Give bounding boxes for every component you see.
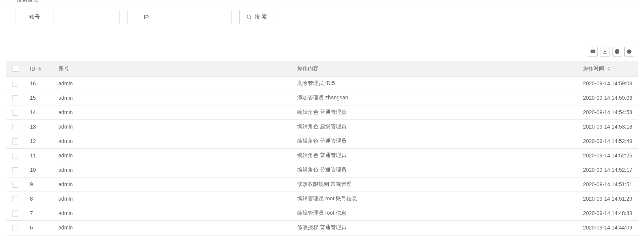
cell-account: admin: [53, 220, 291, 235]
row-checkbox-cell: [6, 148, 24, 163]
row-checkbox-cell: [6, 119, 24, 134]
header-content-label: 操作内容: [297, 65, 318, 71]
cell-content: 添加管理员 zhangsan: [291, 91, 577, 105]
cell-time: 2020-09-14 14:48:38: [577, 206, 638, 220]
table-row: 12admin编辑角色 普通管理员2020-09-14 14:52:49: [6, 134, 638, 148]
svg-point-10: [629, 52, 629, 53]
row-checkbox[interactable]: [12, 167, 18, 173]
table-row: 7admin编辑管理员 root 信息2020-09-14 14:48:38: [6, 206, 638, 220]
table-row: 14admin编辑角色 普通管理员2020-09-14 14:54:53: [6, 105, 638, 119]
row-checkbox[interactable]: [12, 182, 18, 188]
cell-id: 14: [24, 105, 53, 119]
sort-caret-icon: [607, 67, 610, 71]
log-table-card: ID 账号 操作内容 操作时间 16admin删除管理员 ID:52020-09…: [6, 42, 638, 236]
export-icon: [602, 49, 608, 54]
row-checkbox[interactable]: [12, 124, 18, 130]
columns-button[interactable]: [588, 47, 598, 57]
columns-icon: [590, 49, 595, 54]
row-checkbox[interactable]: [12, 210, 18, 217]
cell-id: 9: [24, 177, 53, 192]
row-checkbox[interactable]: [12, 153, 18, 159]
cell-time: 2020-09-14 14:53:18: [577, 119, 638, 134]
export-button[interactable]: [600, 47, 610, 57]
header-time[interactable]: 操作时间: [577, 61, 638, 76]
alert-icon: [627, 49, 632, 54]
print-button[interactable]: [612, 47, 622, 57]
table-row: 8admin编辑管理员 root 账号信息2020-09-14 14:51:29: [6, 192, 638, 206]
cell-content: 编辑角色 普通管理员: [291, 148, 577, 163]
cell-account: admin: [53, 105, 291, 119]
sort-caret-icon: [38, 67, 41, 71]
cell-account: admin: [53, 192, 291, 206]
row-checkbox[interactable]: [12, 95, 18, 101]
log-table: ID 账号 操作内容 操作时间 16admin删除管理员 ID:52020-09…: [6, 61, 638, 235]
row-checkbox-cell: [6, 206, 24, 220]
cell-content: 编辑角色 普通管理员: [291, 134, 577, 148]
cell-id: 12: [24, 134, 53, 148]
row-checkbox-cell: [6, 192, 24, 206]
header-id[interactable]: ID: [24, 61, 53, 76]
account-input[interactable]: [53, 10, 120, 24]
cell-time: 2020-09-14 14:59:03: [577, 91, 638, 105]
svg-rect-4: [592, 51, 594, 52]
cell-account: admin: [53, 134, 291, 148]
cell-account: admin: [53, 119, 291, 134]
cell-time: 2020-09-14 14:54:53: [577, 105, 638, 119]
row-checkbox-cell: [6, 91, 24, 105]
row-checkbox-cell: [6, 220, 24, 235]
search-panel-title: 搜索信息: [14, 0, 41, 3]
cell-id: 15: [24, 91, 53, 105]
search-panel: 搜索信息 账号 IP 搜 索: [6, 0, 638, 34]
table-header-row: ID 账号 操作内容 操作时间: [6, 61, 638, 76]
select-all-checkbox[interactable]: [12, 66, 18, 72]
cell-account: admin: [53, 76, 291, 91]
cell-content: 修改授权 普通管理员: [291, 220, 577, 235]
search-button-label: 搜 索: [255, 14, 267, 20]
search-button[interactable]: 搜 索: [239, 10, 274, 24]
cell-id: 11: [24, 148, 53, 163]
svg-rect-3: [591, 51, 592, 52]
svg-rect-2: [594, 50, 595, 51]
row-checkbox-cell: [6, 76, 24, 91]
cell-content: 修改权限规则 常规管理: [291, 177, 577, 192]
table-row: 11admin编辑角色 普通管理员2020-09-14 14:52:26: [6, 148, 638, 163]
cell-account: admin: [53, 177, 291, 192]
account-label: 账号: [16, 10, 53, 24]
ip-label: IP: [127, 10, 165, 24]
header-id-label: ID: [30, 66, 35, 72]
row-checkbox[interactable]: [12, 138, 18, 144]
account-field-group: 账号: [16, 10, 120, 24]
header-account-label: 账号: [58, 65, 69, 71]
table-row: 13admin编辑角色 超级管理员2020-09-14 14:53:18: [6, 119, 638, 134]
row-checkbox[interactable]: [12, 225, 18, 231]
cell-content: 编辑管理员 root 账号信息: [291, 192, 577, 206]
svg-rect-5: [594, 51, 595, 52]
search-form: 账号 IP 搜 索: [16, 10, 628, 24]
cell-id: 7: [24, 206, 53, 220]
table-row: 9admin修改权限规则 常规管理2020-09-14 14:51:51: [6, 177, 638, 192]
row-checkbox[interactable]: [12, 81, 18, 87]
header-account: 账号: [53, 61, 291, 76]
row-checkbox[interactable]: [12, 110, 18, 116]
cell-account: admin: [53, 163, 291, 177]
table-row: 16admin删除管理员 ID:52020-09-14 14:59:08: [6, 76, 638, 91]
cell-content: 删除管理员 ID:5: [291, 76, 577, 91]
cell-content: 编辑角色 超级管理员: [291, 119, 577, 134]
table-toolbar: [6, 42, 638, 61]
cell-id: 10: [24, 163, 53, 177]
cell-account: admin: [53, 206, 291, 220]
tip-button[interactable]: [624, 47, 634, 57]
table-row: 15admin添加管理员 zhangsan2020-09-14 14:59:03: [6, 91, 638, 105]
header-time-label: 操作时间: [583, 65, 604, 71]
cell-id: 16: [24, 76, 53, 91]
cell-id: 8: [24, 192, 53, 206]
cell-time: 2020-09-14 14:51:29: [577, 192, 638, 206]
ip-input[interactable]: [165, 10, 232, 24]
cell-time: 2020-09-14 14:52:26: [577, 148, 638, 163]
table-row: 10admin编辑角色 普通管理员2020-09-14 14:52:17: [6, 163, 638, 177]
row-checkbox-cell: [6, 134, 24, 148]
cell-content: 编辑角色 普通管理员: [291, 105, 577, 119]
cell-time: 2020-09-14 14:59:08: [577, 76, 638, 91]
row-checkbox-cell: [6, 163, 24, 177]
row-checkbox[interactable]: [12, 196, 18, 202]
